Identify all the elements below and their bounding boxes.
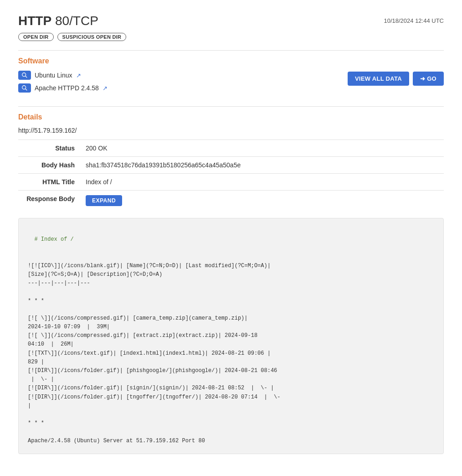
svg-point-0 xyxy=(22,73,26,77)
details-url: http://51.79.159.162/ xyxy=(18,127,444,134)
details-value-response-body: EXPAND xyxy=(82,191,444,211)
svg-point-2 xyxy=(22,86,26,89)
page-title: HTTP 80/TCP xyxy=(18,14,98,28)
tags-row: OPEN DIR SUSPICIOUS OPEN DIR xyxy=(18,33,444,41)
software-section: Software Ubuntu Linux ↗ xyxy=(18,57,444,100)
details-section: Details http://51.79.159.162/ Status 200… xyxy=(18,113,444,211)
page-timestamp: 10/18/2024 12:44 UTC xyxy=(384,14,444,24)
software-item-ubuntu: Ubuntu Linux ↗ xyxy=(18,71,108,80)
details-row-response-body: Response Body EXPAND xyxy=(18,191,444,211)
page-header: HTTP 80/TCP 10/18/2024 12:44 UTC xyxy=(18,14,444,28)
details-value-status: 200 OK xyxy=(82,140,444,157)
details-row-html-title: HTML Title Index of / xyxy=(18,174,444,191)
details-label-response-body: Response Body xyxy=(18,191,82,211)
tag-open-dir: OPEN DIR xyxy=(18,33,54,41)
details-table: Status 200 OK Body Hash sha1:fb374518c76… xyxy=(18,140,444,211)
software-name-apache: Apache HTTPD 2.4.58 xyxy=(35,84,99,92)
details-label-status: Status xyxy=(18,140,82,157)
divider-top xyxy=(18,50,444,51)
details-value-html-title: Index of / xyxy=(82,174,444,191)
divider-software xyxy=(18,106,444,107)
go-button[interactable]: ➜ GO xyxy=(413,72,444,86)
details-row-body-hash: Body Hash sha1:fb374518c76da19391b518025… xyxy=(18,157,444,174)
details-value-body-hash: sha1:fb374518c76da19391b5180256a65c4a45a… xyxy=(82,157,444,174)
tag-suspicious-open-dir: SUSPICIOUS OPEN DIR xyxy=(57,33,127,41)
details-label-html-title: HTML Title xyxy=(18,174,82,191)
response-body-box: # Index of / ![![ICO\]](/icons/blank.gif… xyxy=(18,218,444,454)
software-section-title: Software xyxy=(18,57,108,65)
software-left: Software Ubuntu Linux ↗ xyxy=(18,57,108,100)
response-body-comment: # Index of / xyxy=(34,236,73,243)
action-buttons: VIEW ALL DATA ➜ GO xyxy=(348,72,444,86)
search-badge-ubuntu[interactable] xyxy=(18,71,31,80)
details-row-status: Status 200 OK xyxy=(18,140,444,157)
details-section-title: Details xyxy=(18,113,444,121)
svg-line-1 xyxy=(26,76,27,78)
search-icon-ubuntu xyxy=(21,72,28,78)
svg-line-3 xyxy=(26,89,27,91)
search-icon-apache xyxy=(21,85,28,91)
external-link-icon-apache[interactable]: ↗ xyxy=(103,85,108,92)
external-link-icon-ubuntu[interactable]: ↗ xyxy=(76,72,81,79)
response-body-content: ![![ICO\]](/icons/blank.gif)| [Name](?C=… xyxy=(28,263,281,444)
details-label-body-hash: Body Hash xyxy=(18,157,82,174)
software-item-apache: Apache HTTPD 2.4.58 ↗ xyxy=(18,83,108,93)
search-badge-apache[interactable] xyxy=(18,83,31,93)
software-list: Ubuntu Linux ↗ Apache HTTPD 2.4.58 ↗ xyxy=(18,71,108,93)
software-name-ubuntu: Ubuntu Linux xyxy=(35,72,72,79)
view-all-data-button[interactable]: VIEW ALL DATA xyxy=(348,72,409,86)
expand-button[interactable]: EXPAND xyxy=(86,195,122,206)
